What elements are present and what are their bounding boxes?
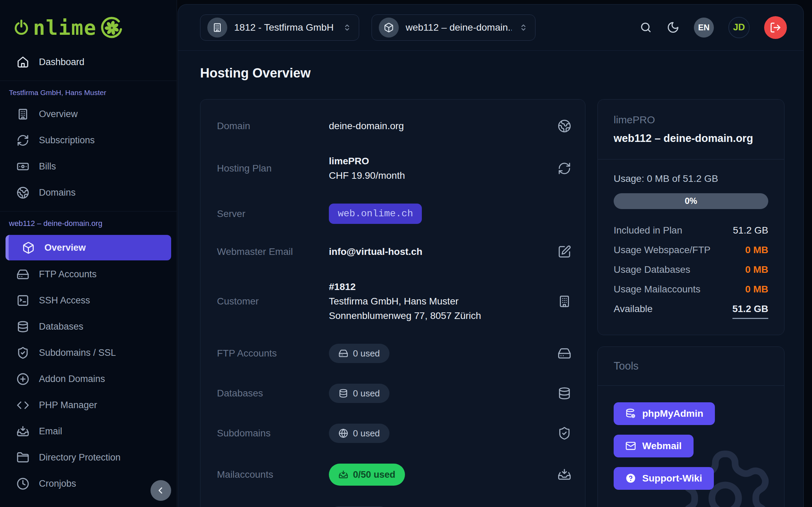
topbar: 1812 - Testfirma GmbH web112 – deine-dom…: [178, 4, 803, 51]
databases-action-button[interactable]: [555, 386, 571, 400]
moon-icon: [667, 21, 679, 34]
databases-usage-badge: 0 used: [329, 384, 389, 403]
sidebar-item-ssh-access[interactable]: SSH Access: [0, 287, 177, 313]
sidebar-item-directory-protection[interactable]: Directory Protection: [0, 444, 177, 470]
row-mailaccounts: Mailaccounts 0/50 used: [217, 464, 571, 486]
shield-check-icon: [17, 346, 29, 359]
stat-databases: Usage Databases 0 MB: [614, 264, 768, 275]
subdomains-usage-badge: 0 used: [329, 424, 389, 443]
row-label: Webmaster Email: [217, 246, 329, 257]
domain-action-button[interactable]: [555, 119, 571, 133]
sidebar-item-overview-host[interactable]: Overview: [6, 235, 171, 260]
search-icon: [639, 21, 652, 34]
sidebar-item-bills[interactable]: Bills: [0, 153, 177, 179]
plan-name-label: limePRO: [614, 114, 768, 126]
row-ftp-accounts: FTP Accounts 0 used: [217, 344, 571, 363]
row-label: FTP Accounts: [217, 348, 329, 359]
hard-drive-icon: [339, 349, 348, 358]
tools-card: Tools phpMyAdmin Webmail: [597, 346, 784, 507]
stat-webspace: Usage Webspace/FTP 0 MB: [614, 245, 768, 256]
sidebar-item-email[interactable]: Email: [0, 418, 177, 444]
support-wiki-button[interactable]: Support-Wiki: [614, 467, 714, 490]
hard-drive-icon: [17, 268, 29, 281]
sidebar-item-subscriptions[interactable]: Subscriptions: [0, 127, 177, 153]
server-badge: web.onlime.ch: [329, 204, 422, 224]
box-icon: [379, 18, 399, 38]
building-icon: [17, 108, 29, 121]
earth-icon: [17, 186, 29, 199]
sidebar-item-php-manager[interactable]: PHP Manager: [0, 392, 177, 418]
plan-price-value: CHF 19.90/month: [329, 168, 555, 183]
dark-mode-toggle[interactable]: [667, 21, 679, 34]
sidebar-item-label: Subdomains / SSL: [39, 348, 116, 358]
terminal-icon: [17, 294, 29, 307]
logout-icon: [770, 22, 781, 33]
stat-mailaccounts: Usage Mailaccounts 0 MB: [614, 284, 768, 295]
chevrons-up-down-icon: [519, 23, 528, 32]
sidebar-item-domains[interactable]: Domains: [0, 179, 177, 206]
pinwheel-icon: [101, 17, 123, 39]
chevrons-up-down-icon: [342, 23, 352, 32]
sidebar-item-dashboard[interactable]: Dashboard: [0, 49, 177, 75]
banknote-icon: [17, 160, 29, 173]
brand-logo: nlime: [0, 0, 177, 42]
customer-select[interactable]: 1812 - Testfirma GmbH: [200, 14, 359, 41]
customer-id-value: #1812: [329, 280, 555, 294]
sidebar-item-databases[interactable]: Databases: [0, 313, 177, 340]
inbox-down-icon: [339, 470, 348, 479]
customer-address-value: Sonnenblumenweg 77, 8057 Zürich: [329, 309, 555, 323]
hosting-overview-card: Domain deine-domain.org Hosting Plan lim…: [200, 99, 585, 507]
sidebar-item-label: PHP Manager: [39, 400, 97, 411]
sidebar-item-overview-customer[interactable]: Overview: [0, 101, 177, 127]
ftp-action-button[interactable]: [555, 346, 571, 360]
row-label: Domain: [217, 121, 329, 132]
customer-action-button[interactable]: [555, 294, 571, 308]
sidebar-item-label: Subscriptions: [39, 135, 95, 146]
plan-title: web112 – deine-domain.org: [614, 131, 768, 147]
row-label: Hosting Plan: [217, 163, 329, 174]
domain-value: deine-domain.org: [329, 121, 404, 131]
page-title: Hosting Overview: [200, 66, 784, 81]
user-avatar[interactable]: JD: [728, 17, 750, 38]
sidebar-item-label: Dashboard: [39, 57, 84, 68]
brand-wordmark: nlime: [33, 18, 97, 38]
logout-button[interactable]: [764, 16, 787, 39]
change-plan-button[interactable]: [555, 162, 571, 175]
row-hosting-plan: Hosting Plan limePRO CHF 19.90/month: [217, 154, 571, 183]
language-button[interactable]: EN: [694, 18, 714, 38]
mail-icon: [625, 441, 636, 451]
sidebar-item-cronjobs[interactable]: Cronjobs: [0, 470, 177, 497]
sidebar-item-subdomains-ssl[interactable]: Subdomains / SSL: [0, 340, 177, 366]
box-icon: [22, 241, 35, 254]
webmaster-email-value: info@virtual-host.ch: [329, 246, 423, 257]
mailaccounts-usage-badge: 0/50 used: [329, 464, 405, 486]
sidebar-item-ftp-accounts[interactable]: FTP Accounts: [0, 261, 177, 287]
database-gear-icon: [625, 408, 636, 419]
phpmyadmin-button[interactable]: phpMyAdmin: [614, 402, 715, 425]
power-icon: [12, 19, 30, 37]
database-icon: [17, 320, 29, 333]
topbar-actions: EN JD: [639, 16, 787, 39]
sidebar-item-label: Overview: [44, 242, 86, 253]
hard-drive-icon: [558, 346, 571, 360]
sidebar-section-host: web112 – deine-domain.org: [0, 211, 177, 232]
sidebar-item-addon-domains[interactable]: Addon Domains: [0, 366, 177, 392]
row-label: Subdomains: [217, 428, 329, 439]
sidebar-item-label: Overview: [39, 109, 78, 120]
mailaccounts-action-button[interactable]: [555, 468, 571, 482]
host-select[interactable]: web112 – deine-domain....: [372, 14, 535, 41]
row-label: Server: [217, 208, 329, 219]
content: Hosting Overview Domain deine-domain.org…: [178, 51, 803, 507]
sidebar-collapse-button[interactable]: [150, 480, 171, 501]
webmail-button[interactable]: Webmail: [614, 435, 694, 457]
subdomains-action-button[interactable]: [555, 426, 571, 440]
search-button[interactable]: [639, 21, 652, 34]
host-select-value: web112 – deine-domain....: [406, 22, 512, 33]
plan-card: limePRO web112 – deine-domain.org Usage:…: [597, 99, 784, 335]
database-icon: [558, 386, 571, 400]
sidebar: nlime Dashboard Testfirma GmbH, Hans Mus…: [0, 0, 177, 507]
edit-email-button[interactable]: [555, 245, 571, 259]
row-webmaster-email: Webmaster Email info@virtual-host.ch: [217, 245, 571, 259]
home-icon: [17, 56, 29, 69]
row-databases: Databases 0 used: [217, 384, 571, 403]
